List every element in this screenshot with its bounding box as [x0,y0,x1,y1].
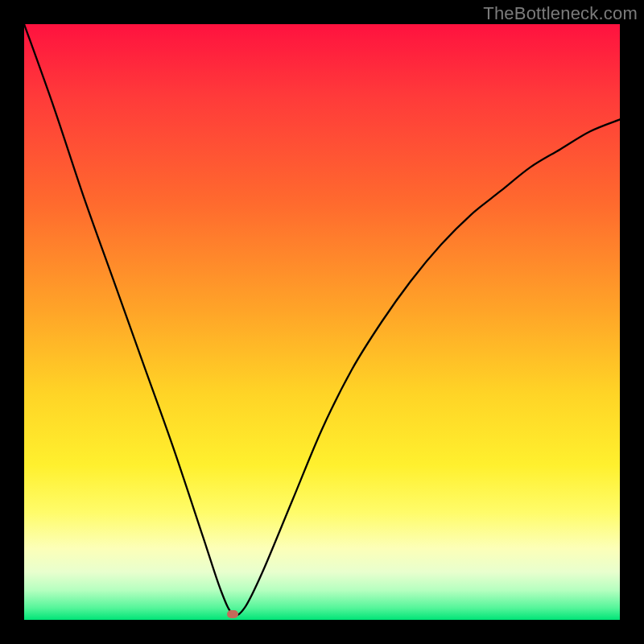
plot-area [24,24,620,620]
minimum-marker [227,610,238,618]
chart-frame: TheBottleneck.com [0,0,644,644]
bottleneck-curve [24,24,620,615]
curve-svg [24,24,620,620]
watermark-text: TheBottleneck.com [483,3,638,24]
